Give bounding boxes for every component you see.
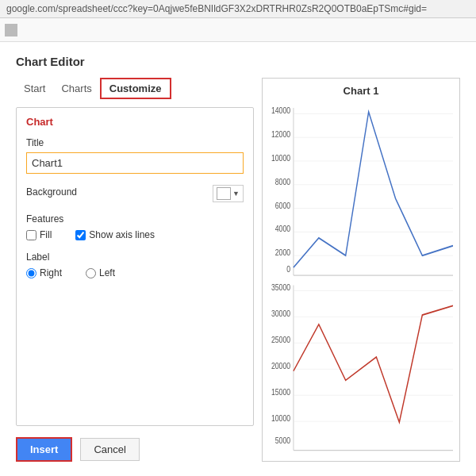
radio-right[interactable]: Right [26,267,62,278]
right-label: Right [40,267,62,278]
chart-preview: Chart 1 14000 12000 10000 8000 6000 4000… [262,78,460,462]
svg-text:8000: 8000 [275,177,291,186]
tab-start[interactable]: Start [16,79,53,98]
title-input[interactable] [26,152,244,174]
svg-text:20000: 20000 [271,361,290,370]
editor-title: Chart Editor [16,55,460,68]
fill-label: Fill [40,229,52,240]
tab-charts[interactable]: Charts [53,79,99,98]
show-axis-label: Show axis lines [89,229,155,240]
show-axis-checkbox-item[interactable]: Show axis lines [75,229,155,240]
insert-button[interactable]: Insert [16,437,72,462]
title-field-label: Title [26,137,244,148]
cancel-button[interactable]: Cancel [80,438,139,461]
color-swatch [217,187,231,200]
svg-text:30000: 30000 [271,309,290,318]
svg-text:4000: 4000 [275,224,291,233]
svg-text:0: 0 [286,264,290,274]
svg-text:10000: 10000 [271,153,291,163]
color-dropdown-arrow: ▼ [232,190,240,198]
svg-text:35000: 35000 [271,282,290,292]
section-header: Chart [26,116,244,128]
svg-text:5000: 5000 [275,436,290,445]
chart-preview-title: Chart 1 [269,85,453,97]
label-section-label: Label [26,251,244,263]
svg-text:14000: 14000 [271,106,291,115]
chart-upper: 14000 12000 10000 8000 6000 4000 2000 0 [269,100,453,278]
svg-text:15000: 15000 [271,387,290,397]
svg-text:10000: 10000 [271,413,290,423]
svg-text:12000: 12000 [271,129,291,139]
background-label: Background [26,186,77,198]
color-picker-button[interactable]: ▼ [213,185,244,202]
fill-checkbox[interactable] [26,230,36,240]
address-bar[interactable]: google.com/spreadsheet/ccc?key=0Aqjwe5fe… [0,0,476,18]
svg-text:6000: 6000 [275,201,291,210]
svg-text:25000: 25000 [271,335,290,344]
show-axis-checkbox[interactable] [75,230,86,240]
url-text: google.com/spreadsheet/ccc?key=0Aqjwe5fe… [6,3,427,14]
chart-lower: 35000 30000 25000 20000 15000 10000 5000 [269,278,453,455]
toolbar [0,18,476,42]
tab-customize[interactable]: Customize [100,78,171,99]
toolbar-icon [5,24,17,36]
left-label: Left [99,267,115,278]
fill-checkbox-item[interactable]: Fill [26,229,52,240]
radio-left-input[interactable] [86,268,96,278]
features-label: Features [26,213,244,225]
radio-left[interactable]: Left [86,267,115,278]
radio-right-input[interactable] [26,268,36,278]
svg-text:2000: 2000 [275,248,291,257]
